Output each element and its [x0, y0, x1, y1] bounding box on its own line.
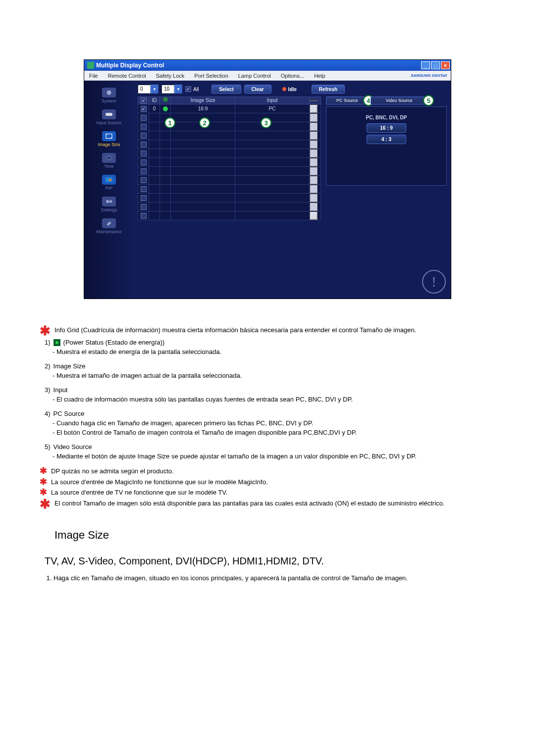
row-checkbox[interactable]: [141, 186, 147, 192]
refresh-button[interactable]: Refresh: [312, 85, 345, 94]
header-id: ID: [149, 97, 160, 104]
list-sub: - El botón Control de Tamaño de imagen c…: [53, 429, 495, 436]
list-sub: - Muestra el tamaño de imagen actual de …: [53, 372, 495, 379]
input-source-icon: [102, 109, 116, 119]
star-icon: ✱: [40, 326, 51, 336]
row-checkbox[interactable]: [141, 142, 147, 148]
row-checkbox[interactable]: [141, 133, 147, 139]
star-icon: ✱: [40, 488, 47, 496]
clear-button[interactable]: Clear: [244, 85, 271, 94]
numbered-list: 1) (Power Status (Estado de energía)) - …: [45, 339, 495, 460]
list-head: Video Source: [54, 443, 92, 451]
section-title: Image Size: [54, 529, 495, 542]
row-checkbox[interactable]: [141, 124, 147, 130]
note-text: El control Tamaño de imagen sólo está di…: [54, 499, 495, 508]
list-sub: - Muestra el estado de energía de la pan…: [53, 348, 495, 355]
note-text: DP quizás no se admita según el producto…: [51, 467, 495, 476]
table-row: [138, 194, 321, 202]
row-checkbox[interactable]: [141, 168, 147, 174]
sidebar: System Input Source Image Size Time PIP: [84, 81, 134, 299]
sidebar-label: Maintenance: [96, 229, 122, 234]
row-checkbox[interactable]: [141, 204, 147, 210]
sidebar-label: PIP: [106, 186, 113, 191]
list-item: Haga clic en Tamaño de imagen, situado e…: [54, 574, 495, 583]
maximize-button[interactable]: □: [431, 61, 440, 69]
ratio-16-9-button[interactable]: 16 : 9: [367, 123, 406, 133]
app-icon: [87, 62, 94, 69]
pip-icon: [102, 175, 116, 185]
note-text: La source d'entrée de MagicInfo ne fonct…: [51, 478, 495, 487]
sidebar-item-image-size[interactable]: Image Size: [84, 129, 134, 148]
combo-to[interactable]: 10 ▼: [161, 85, 182, 94]
checkbox-label: All: [193, 87, 199, 92]
sidebar-item-system[interactable]: System: [84, 86, 134, 104]
menu-port-selection[interactable]: Port Selection: [189, 72, 233, 80]
toolbar: 0 ▼ 10 ▼ ✓ All Select Clear: [138, 85, 447, 94]
combo-from[interactable]: 0 ▼: [138, 85, 159, 94]
menu-file[interactable]: File: [84, 72, 103, 80]
svg-point-0: [107, 91, 111, 95]
checkbox-icon: ✓: [185, 86, 191, 92]
tab-label: Video Source: [386, 98, 413, 103]
chevron-down-icon[interactable]: ▼: [174, 85, 182, 94]
tab-pc-source[interactable]: PC Source 4: [326, 97, 369, 104]
note-text: La source d'entrée de TV ne fonctionne q…: [51, 488, 495, 497]
list-number: 2): [45, 362, 51, 370]
menu-lamp-control[interactable]: Lamp Control: [233, 72, 276, 80]
table-row: ▼: [138, 211, 321, 220]
menu-help[interactable]: Help: [309, 72, 330, 80]
time-icon: [102, 153, 116, 163]
idle-label: Idle: [288, 87, 297, 92]
row-checkbox[interactable]: [141, 177, 147, 183]
row-checkbox[interactable]: ✓: [141, 106, 147, 112]
callout-2: 2: [199, 117, 210, 128]
list-head: Input: [54, 386, 68, 394]
row-checkbox[interactable]: [141, 213, 147, 219]
sidebar-item-time[interactable]: Time: [84, 151, 134, 170]
chevron-down-icon[interactable]: ▼: [151, 85, 159, 94]
row-checkbox[interactable]: [141, 195, 147, 201]
info-grid: ✓ ID Image Size Input ✓ 0 16:9: [138, 97, 321, 220]
tab-video-source[interactable]: Video Source 5: [371, 97, 428, 104]
menu-options[interactable]: Options...: [276, 72, 309, 80]
star-icon: ✱: [40, 499, 51, 509]
sidebar-item-input-source[interactable]: Input Source: [84, 107, 134, 126]
tab-label: PC Source: [336, 98, 358, 103]
row-input: PC: [235, 104, 310, 113]
idle-indicator: Idle: [282, 87, 297, 92]
brand-logo: SAMSUNG DIGITall: [411, 73, 451, 78]
list-sub: - El cuadro de información muestra sólo …: [53, 396, 495, 403]
application-window: Multiple Display Control _ □ × File Remo…: [84, 59, 451, 299]
star-icon: ✱: [40, 467, 47, 475]
table-row[interactable]: ✓ 0 16:9 PC ▲: [138, 104, 321, 113]
close-button[interactable]: ×: [441, 61, 450, 69]
menu-safety-lock[interactable]: Safety Lock: [151, 72, 189, 80]
note-text: Info Grid (Cuadrícula de información) mu…: [54, 326, 495, 335]
scroll-up-icon[interactable]: ▲: [310, 105, 317, 112]
ordered-list: Haga clic en Tamaño de imagen, situado e…: [54, 574, 495, 583]
ratio-4-3-button[interactable]: 4 : 3: [367, 135, 406, 144]
main-panel: 0 ▼ 10 ▼ ✓ All Select Clear: [134, 81, 451, 299]
row-checkbox[interactable]: [141, 115, 147, 121]
sidebar-item-maintenance[interactable]: Maintenance: [84, 216, 134, 235]
sidebar-item-pip[interactable]: PIP: [84, 173, 134, 192]
image-size-icon: [102, 131, 116, 141]
grid-header: ✓ ID Image Size Input: [138, 97, 321, 104]
sidebar-label: Settings: [101, 207, 117, 212]
list-head: (Power Status (Estado de energía)): [63, 339, 165, 346]
titlebar: Multiple Display Control _ □ ×: [84, 60, 451, 71]
minimize-button[interactable]: _: [421, 61, 430, 69]
table-row: [138, 140, 321, 149]
checkbox-all[interactable]: ✓ All: [185, 86, 199, 92]
settings-icon: [102, 197, 116, 206]
svg-rect-1: [106, 113, 112, 116]
row-checkbox[interactable]: [141, 159, 147, 165]
menu-remote-control[interactable]: Remote Control: [103, 72, 151, 80]
menubar: File Remote Control Safety Lock Port Sel…: [84, 71, 451, 81]
row-checkbox[interactable]: [141, 151, 147, 156]
scroll-down-icon[interactable]: ▼: [310, 212, 317, 219]
svg-rect-5: [109, 179, 111, 181]
sidebar-item-settings[interactable]: Settings: [84, 195, 134, 213]
select-button[interactable]: Select: [212, 85, 241, 94]
star-icon: ✱: [40, 478, 47, 486]
